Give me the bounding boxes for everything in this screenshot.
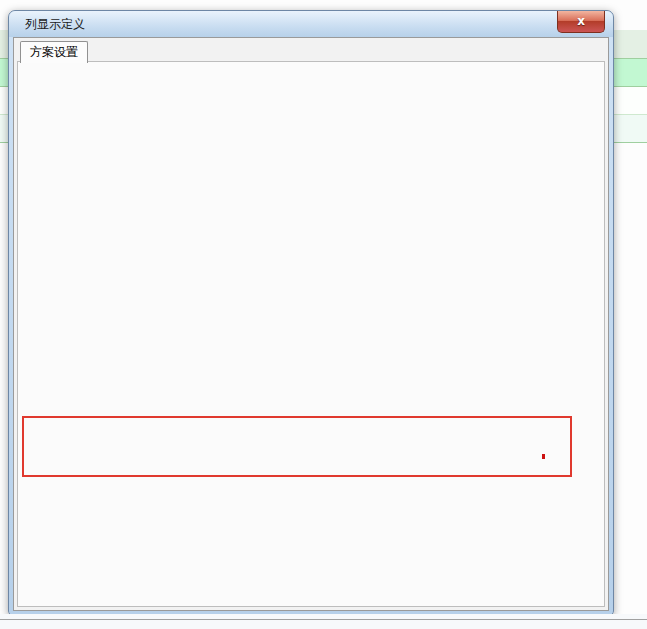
close-button[interactable]: x (557, 11, 605, 33)
annotation-mark (542, 454, 545, 459)
tab-scheme-settings[interactable]: 方案设置 (20, 41, 88, 63)
annotation-rectangle (22, 416, 572, 477)
scheme-settings-panel (17, 61, 605, 607)
dialog-column-display-definition: 列显示定义 x 方案设置 选择方案 车辆卡片列表 ▼ car_card 方案名称… (8, 10, 614, 616)
background-area (0, 614, 647, 629)
dialog-title: 列显示定义 (25, 16, 85, 33)
dialog-client-area: 方案设置 选择方案 车辆卡片列表 ▼ car_card 方案名称 车辆卡片列表 … (13, 37, 609, 611)
close-icon: x (577, 14, 585, 28)
screen: 列显示定义 x 方案设置 选择方案 车辆卡片列表 ▼ car_card 方案名称… (0, 0, 647, 629)
dialog-titlebar[interactable]: 列显示定义 x (9, 11, 613, 37)
